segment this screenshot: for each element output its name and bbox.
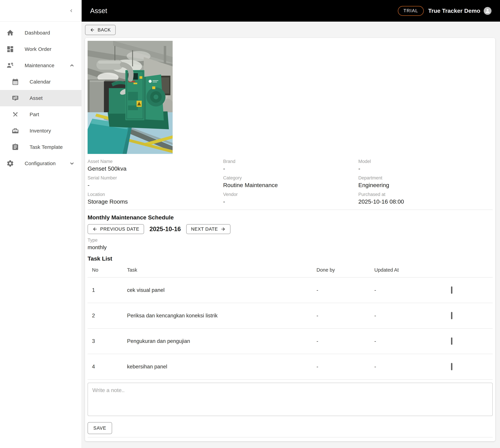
column-header-task: Task [127,267,317,273]
field-label: Brand [223,159,358,164]
clipboard-icon [12,143,19,151]
field-value: - [223,198,358,205]
task-done-by: - [317,287,374,293]
column-header-done-by: Done by [317,267,374,273]
field-model: Model - [358,159,493,172]
task-updated-at: - [374,364,441,370]
field-serial-number: Serial Number - [88,175,223,189]
sidebar-item-configuration[interactable]: Configuration [0,155,81,172]
field-value: Genset 500kva [88,165,223,172]
calendar-icon [12,78,19,86]
field-label: Model [358,159,493,164]
column-header-updated-at: Updated At [374,267,441,273]
sidebar-item-label: Dashboard [25,30,50,36]
field-vendor: Vendor - [223,192,358,205]
task-checkbox[interactable] [451,287,452,294]
asset-photo [88,41,173,154]
previous-date-button[interactable]: PREVIOUS DATE [88,224,144,234]
sidebar-item-maintenance[interactable]: Maintenance [0,57,81,74]
arrow-right-icon [221,226,226,232]
field-purchased-at: Purchased at 2025-10-16 08:00 [358,192,493,205]
asset-card: Asset Name Genset 500kva Brand - Model -… [85,38,495,441]
task-table: No Task Done by Updated At 1 cek visual … [88,263,493,380]
field-department: Department Engineering [358,175,493,189]
field-label: Asset Name [88,159,223,164]
field-value: Storage Rooms [88,198,223,205]
section-divider [88,209,493,210]
previous-date-label: PREVIOUS DATE [100,226,139,232]
page-title: Asset [90,7,107,15]
field-value: Engineering [358,181,493,189]
chevron-up-icon[interactable] [68,62,75,69]
task-no: 3 [88,338,127,344]
task-row: 3 Pengukuran dan pengujian - - [88,329,493,354]
sidebar-item-inventory[interactable]: Inventory [0,123,81,139]
note-input[interactable] [88,383,493,416]
next-date-label: NEXT DATE [191,226,218,232]
task-row: 1 cek visual panel - - [88,278,493,303]
field-value: Routine Maintenance [223,181,358,189]
task-no: 2 [88,313,127,319]
main-area: Asset TRIAL True Tracker Demo BACK [82,0,500,448]
sidebar-item-label: Inventory [30,128,51,134]
arrow-left-icon [92,226,97,232]
field-label: Location [88,192,223,197]
schedule-title: Monthly Maintenance Schedule [88,214,493,221]
back-button[interactable]: BACK [85,25,116,35]
task-checkbox[interactable] [451,363,452,370]
field-value: - [223,165,358,172]
sidebar-item-asset[interactable]: Asset [0,90,81,106]
field-value: 2025-10-16 08:00 [358,198,493,205]
back-button-label: BACK [98,27,111,33]
next-date-button[interactable]: NEXT DATE [186,224,230,234]
arrow-left-icon [90,27,95,32]
home-icon [6,29,14,37]
schedule-type: Type monthly [88,238,493,251]
sidebar-item-label: Calendar [30,79,51,85]
sidebar-item-label: Maintenance [25,63,54,68]
sidebar-item-label: Configuration [25,160,56,166]
task-done-by: - [317,338,374,344]
control-panel-icon [12,94,19,102]
sidebar-item-work-order[interactable]: Work Order [0,41,81,57]
engineer-icon [6,62,14,69]
toolbox-icon [12,127,19,135]
sidebar-item-calendar[interactable]: Calendar [0,74,81,90]
current-date: 2025-10-16 [149,225,181,233]
top-bar: Asset TRIAL True Tracker Demo [82,0,500,22]
asset-details-grid: Asset Name Genset 500kva Brand - Model -… [88,159,493,208]
task-done-by: - [317,313,374,319]
task-name: Periksa dan kencangkan koneksi listrik [127,313,317,319]
app-root: Dashboard Work Order [0,0,500,448]
tools-icon [12,111,19,118]
column-header-no: No [88,267,127,273]
field-label: Purchased at [358,192,493,197]
task-updated-at: - [374,287,441,293]
task-row: 4 kebersihan panel - - [88,354,493,380]
trial-badge: TRIAL [398,6,424,16]
task-updated-at: - [374,338,441,344]
avatar-person-icon [485,8,490,14]
task-done-by: - [317,364,374,370]
chevron-left-icon [68,8,74,14]
field-label: Category [223,175,358,181]
sidebar-item-label: Part [30,112,39,117]
avatar[interactable] [484,7,491,15]
save-button[interactable]: SAVE [88,422,112,434]
sidebar-collapse-button[interactable] [67,7,75,15]
field-value: - [358,165,493,172]
task-list-title: Task List [88,255,493,262]
sidebar-item-dashboard[interactable]: Dashboard [0,25,81,41]
chevron-down-icon[interactable] [68,160,75,167]
task-checkbox[interactable] [451,337,452,345]
field-value: - [88,181,223,189]
sidebar-item-part[interactable]: Part [0,106,81,123]
task-no: 4 [88,364,127,370]
field-label: Vendor [223,192,358,197]
field-category: Category Routine Maintenance [223,175,358,189]
field-asset-name: Asset Name Genset 500kva [88,159,223,172]
task-checkbox[interactable] [451,312,452,319]
task-updated-at: - [374,313,441,319]
sidebar-item-task-template[interactable]: Task Template [0,139,81,155]
task-name: kebersihan panel [127,364,317,370]
